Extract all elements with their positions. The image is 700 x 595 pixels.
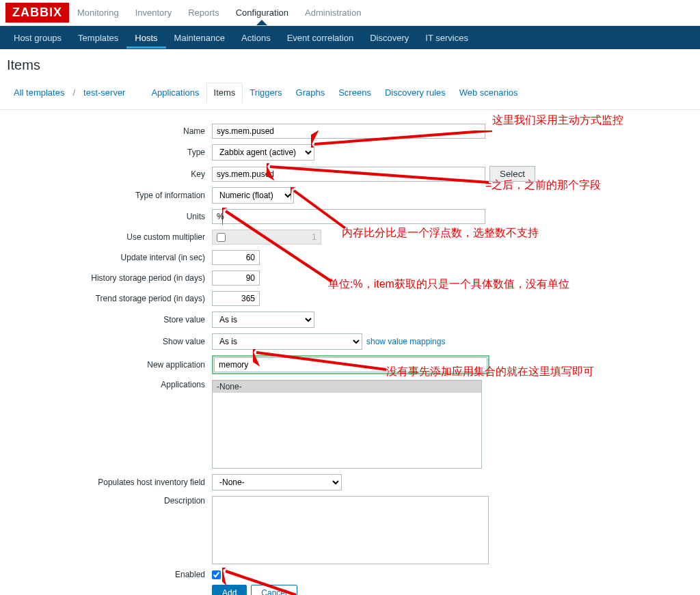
subnav-hosts[interactable]: Hosts	[126, 27, 165, 49]
label-key: Key	[7, 169, 212, 179]
tab-applications[interactable]: Applications	[144, 83, 206, 102]
cancel-button[interactable]: Cancel	[251, 585, 297, 595]
label-type-of-information: Type of information	[7, 191, 212, 200]
sub-menu: Host groups Templates Hosts Maintenance …	[0, 26, 700, 49]
label-type: Type	[7, 148, 212, 157]
type-select[interactable]: Zabbix agent (active)	[212, 144, 314, 161]
nav-configuration[interactable]: Configuration	[228, 1, 297, 25]
top-menu: ZABBIX Monitoring Inventory Reports Conf…	[0, 0, 700, 26]
name-input[interactable]	[212, 124, 485, 139]
label-populates-inventory: Populates host inventory field	[7, 478, 212, 487]
subnav-host-groups[interactable]: Host groups	[5, 27, 70, 49]
label-applications: Applications	[7, 380, 212, 389]
trend-storage-input[interactable]	[212, 291, 260, 306]
tab-discovery-rules[interactable]: Discovery rules	[378, 83, 453, 102]
label-history-storage: History storage period (in days)	[7, 273, 212, 283]
store-value-select[interactable]: As is	[212, 312, 314, 328]
label-trend-storage: Trend storage period (in days)	[7, 294, 212, 303]
subnav-discovery[interactable]: Discovery	[362, 27, 417, 49]
custom-multiplier-field: 1	[212, 230, 321, 245]
subnav-actions[interactable]: Actions	[233, 27, 279, 49]
nav-monitoring[interactable]: Monitoring	[69, 1, 127, 25]
applications-option-none[interactable]: -None-	[213, 380, 481, 393]
bc-host[interactable]: test-server	[77, 83, 132, 102]
nav-reports[interactable]: Reports	[180, 1, 228, 25]
tab-items[interactable]: Items	[206, 83, 243, 103]
label-enabled: Enabled	[7, 570, 212, 579]
key-input[interactable]	[212, 167, 485, 182]
label-new-application: New application	[7, 360, 212, 370]
units-input[interactable]	[212, 209, 485, 224]
label-units: Units	[7, 212, 212, 221]
enabled-checkbox[interactable]	[212, 570, 221, 579]
label-store-value: Store value	[7, 315, 212, 324]
tab-screens[interactable]: Screens	[332, 83, 378, 102]
breadcrumb-tabs: All templates / test-server Applications…	[0, 79, 700, 110]
subnav-templates[interactable]: Templates	[70, 27, 126, 49]
page-title: Items	[0, 49, 700, 79]
label-show-value: Show value	[7, 337, 212, 346]
label-description: Description	[7, 496, 212, 506]
type-of-information-select[interactable]: Numeric (float)	[212, 187, 294, 204]
subnav-maintenance[interactable]: Maintenance	[166, 27, 233, 49]
breadcrumb-sep: /	[71, 87, 77, 98]
label-update-interval: Update interval (in sec)	[7, 253, 212, 262]
label-name: Name	[7, 126, 212, 136]
subnav-it-services[interactable]: IT services	[417, 27, 476, 49]
update-interval-input[interactable]	[212, 250, 260, 265]
logo: ZABBIX	[5, 3, 69, 23]
tab-graphs[interactable]: Graphs	[289, 83, 332, 102]
populates-inventory-select[interactable]: -None-	[212, 474, 342, 490]
item-form: Name Type Zabbix agent (active) Key Sele…	[0, 110, 700, 595]
tab-triggers[interactable]: Triggers	[243, 83, 288, 102]
label-custom-multiplier: Use custom multiplier	[7, 232, 212, 242]
new-application-input[interactable]	[214, 357, 487, 372]
bc-all-templates[interactable]: All templates	[7, 83, 71, 102]
tab-web-scenarios[interactable]: Web scenarios	[453, 83, 525, 102]
custom-multiplier-value: 1	[312, 232, 317, 242]
custom-multiplier-checkbox[interactable]	[217, 233, 226, 242]
history-storage-input[interactable]	[212, 271, 260, 286]
subnav-event-correlation[interactable]: Event correlation	[279, 27, 362, 49]
description-textarea[interactable]	[212, 496, 489, 564]
add-button[interactable]: Add	[212, 585, 247, 595]
show-value-mappings-link[interactable]: show value mappings	[366, 337, 445, 346]
caret-down-icon	[256, 20, 267, 25]
select-key-button[interactable]: Select	[489, 166, 535, 182]
show-value-select[interactable]: As is	[212, 333, 362, 350]
nav-inventory[interactable]: Inventory	[127, 1, 180, 25]
applications-listbox[interactable]: -None-	[212, 380, 482, 469]
nav-administration[interactable]: Administration	[297, 1, 369, 25]
